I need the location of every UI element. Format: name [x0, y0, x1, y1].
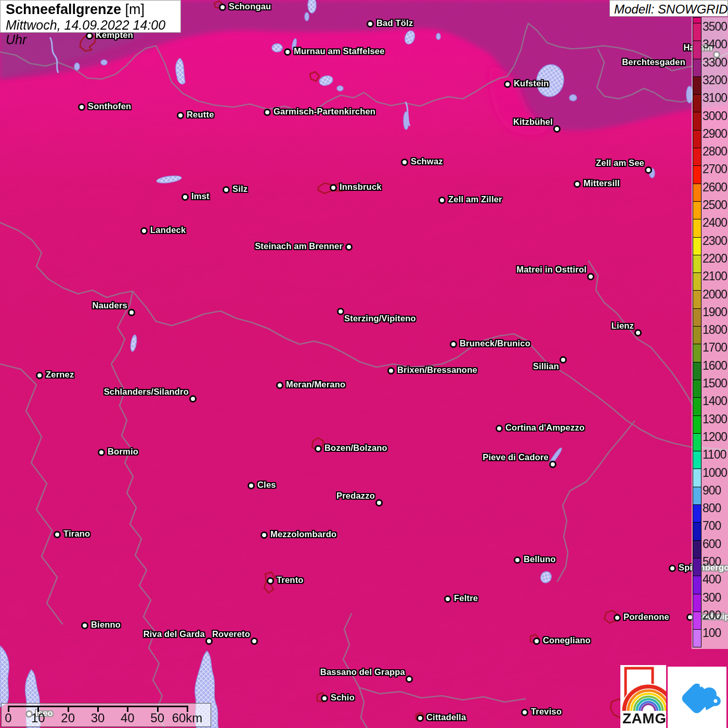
legend-segment — [693, 433, 701, 451]
city-dot — [614, 614, 621, 621]
city-dot — [444, 595, 451, 603]
legend-tick-label: 2800 — [703, 145, 727, 158]
title-unit: [m] — [121, 2, 145, 17]
legend-segment — [693, 326, 701, 344]
legend-segment — [693, 594, 701, 612]
legend-tick-label: 3300 — [703, 56, 727, 69]
legend-tick-label: 100 — [703, 627, 721, 639]
legend-tick-label: 2600 — [703, 181, 727, 193]
legend-tick-label: 2000 — [703, 288, 727, 301]
legend-segment — [693, 237, 701, 255]
city-dot — [450, 341, 457, 348]
legend-tick-label: 3000 — [703, 110, 727, 122]
city-dot — [533, 638, 540, 645]
city-dot — [521, 709, 528, 716]
snowgrid-map-screenshot: SchongauBad TölzKemptenMurnau am Staffel… — [0, 0, 728, 728]
legend-segment — [693, 23, 701, 41]
zamg-logo-box: ZAMG — [620, 665, 666, 728]
city-label: Zell am See — [596, 158, 644, 168]
model-box: Modell: SNOWGRID — [609, 0, 728, 17]
legend-segment — [693, 344, 701, 361]
city-dot — [645, 166, 652, 174]
legend-segment — [693, 487, 701, 504]
city-label: Murnau am Staffelsee — [294, 46, 385, 56]
city-dot — [315, 445, 322, 452]
city-label: Brixen/Bressanone — [397, 365, 477, 375]
city-dot — [587, 273, 594, 280]
city-label: Tirano — [63, 529, 90, 539]
city-dot — [345, 243, 353, 251]
legend-segment — [693, 76, 701, 94]
city-dot — [496, 425, 503, 432]
city-label: Sillian — [533, 361, 559, 371]
legend-segment — [693, 94, 701, 112]
city-label: Matrei in Osttirol — [516, 265, 587, 275]
city-label: Innsbruck — [340, 182, 382, 192]
city-label: Mittersill — [583, 178, 620, 188]
city-label: Schongau — [229, 2, 271, 11]
city-label: Bassano del Grappa — [320, 667, 405, 677]
city-dot — [181, 193, 189, 201]
city-dot — [634, 329, 642, 336]
legend-segment — [693, 362, 701, 380]
elevation-legend: 3500340033003200310030002900280027002600… — [692, 17, 728, 649]
city-label: Zernez — [46, 370, 74, 380]
legend-segment — [693, 415, 701, 433]
city-label: Lienz — [612, 321, 634, 331]
city-dot — [375, 499, 383, 506]
city-label: Bozen/Bolzano — [324, 443, 387, 453]
legend-tick-label: 1000 — [703, 466, 727, 479]
city-label: Schwaz — [411, 157, 443, 166]
legend-segment — [693, 540, 701, 558]
legend-segment — [693, 18, 701, 23]
legend-tick-label: 500 — [703, 555, 721, 568]
legend-segment — [693, 469, 701, 486]
legend-tick-label: 2700 — [703, 163, 727, 175]
city-dot — [669, 565, 676, 572]
city-label: Cles — [257, 480, 276, 490]
city-label: Kitzbühel — [513, 117, 553, 127]
legend-segment — [693, 451, 701, 469]
city-label: Conegliano — [543, 635, 591, 645]
city-dot — [261, 531, 268, 539]
legend-segment — [693, 629, 701, 647]
city-label: Predazzo — [336, 491, 375, 501]
model-label: Modell: SNOWGRID — [614, 2, 723, 17]
city-label: Cortina d'Ampezzo — [505, 423, 584, 433]
city-label: Feltre — [454, 593, 478, 603]
title-box: Schneefallgrenze [m] Mittwoch, 14.09.202… — [0, 0, 181, 33]
city-dot — [417, 714, 424, 722]
city-dot — [337, 308, 344, 315]
legend-segment — [693, 41, 701, 58]
city-dot — [264, 109, 271, 116]
city-dot — [401, 159, 408, 166]
legend-segment — [693, 612, 701, 629]
datetime-label: Mittwoch, 14.09.2022 14:00 Uhr — [6, 18, 175, 47]
city-dot — [574, 180, 581, 188]
zamg-rainbow-icon — [620, 665, 666, 713]
legend-segment — [693, 308, 701, 326]
city-layer: SchongauBad TölzKemptenMurnau am Staffel… — [0, 0, 728, 728]
legend-tick-label: 3500 — [703, 20, 727, 33]
legend-tick-label: 3200 — [703, 74, 727, 86]
zamg-wordmark: ZAMG — [622, 710, 666, 727]
legend-segment — [693, 576, 701, 593]
legend-segment — [693, 184, 701, 201]
legend-tick-label: 3100 — [703, 92, 727, 104]
legend-tick-label: 1100 — [703, 448, 726, 461]
city-dot — [387, 367, 395, 374]
legend-tick-label: 1900 — [703, 306, 727, 318]
city-dot — [98, 449, 105, 456]
map-scale-bar: 0102030405060km — [1, 703, 211, 727]
city-label: Meran/Merano — [286, 380, 345, 389]
city-label: Landeck — [150, 225, 186, 235]
city-label: Pieve di Cadore — [483, 452, 549, 462]
city-label: Cittadella — [426, 712, 466, 722]
city-label: Sonthofen — [88, 101, 131, 111]
city-label: Pordenone — [623, 612, 669, 622]
city-label: Belluno — [524, 554, 556, 564]
legend-tick-label: 2500 — [703, 199, 727, 211]
city-dot — [367, 20, 374, 28]
legend-segment — [693, 380, 701, 397]
city-label: Schio — [331, 693, 355, 703]
